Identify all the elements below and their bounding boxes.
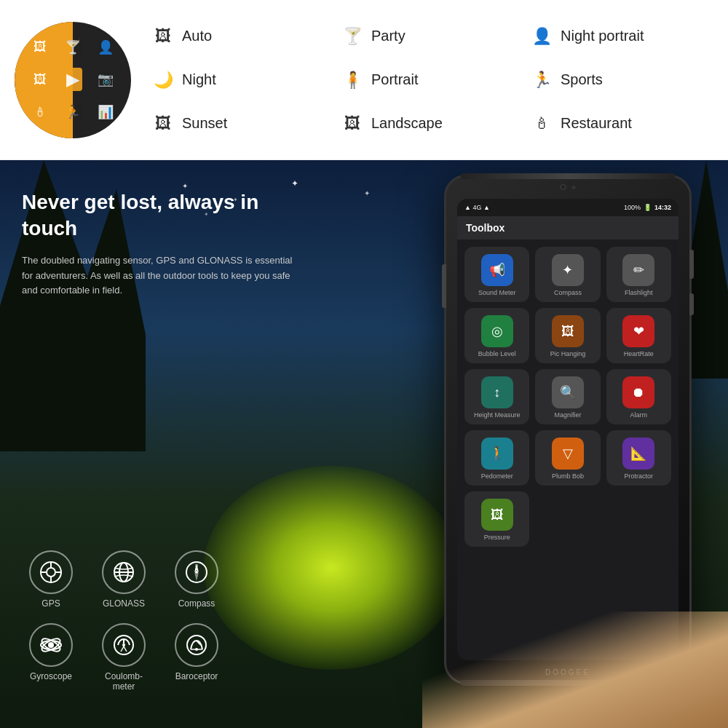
feature-compass: N Compass xyxy=(167,550,226,609)
circle-icon-7: 🕯 xyxy=(33,105,47,120)
status-left: ▲ 4G ▲ xyxy=(464,204,490,211)
tool-pic-hanging[interactable]: 🖼 Pic Hanging xyxy=(535,308,600,363)
mode-auto-label: Auto xyxy=(182,28,212,44)
mode-portrait-icon: 🧍 xyxy=(341,71,364,90)
tool-heartrate[interactable]: ❤ HeartRate xyxy=(606,308,671,363)
feature-row-1: GPS GLONASS xyxy=(22,550,298,609)
mode-sunset-label: Sunset xyxy=(182,115,227,132)
gps-label: GPS xyxy=(41,598,60,609)
tool-magnifier[interactable]: 🔍 Magnifier xyxy=(535,369,600,424)
feature-glonass: GLONASS xyxy=(95,550,153,609)
compass-label: Compass xyxy=(178,598,215,609)
bubble-level-label: Bubble Level xyxy=(478,350,516,357)
feature-coulomb: Coulomb-meter xyxy=(95,623,153,692)
sound-meter-label: Sound Meter xyxy=(478,289,516,296)
circle-icon-6: 📷 xyxy=(98,71,114,87)
mode-sports-icon: 🏃 xyxy=(530,71,553,90)
gyroscope-label: Gyroscope xyxy=(30,671,72,681)
mode-auto: 🖼 Auto xyxy=(146,15,335,58)
mode-sports-label: Sports xyxy=(561,71,603,88)
toolbox-screen: Toolbox 📢 Sound Meter ✦ Compass xyxy=(457,216,678,660)
toolbox-header: Toolbox xyxy=(457,216,678,240)
circle-icon-1: 🖼 xyxy=(33,39,47,55)
pic-hanging-label: Pic Hanging xyxy=(550,350,586,357)
mode-restaurant-label: Restaurant xyxy=(561,115,632,132)
coulomb-icon xyxy=(102,623,146,667)
phone-body: ▲ 4G ▲ 100% 🔋 14:32 Toolbox xyxy=(444,175,692,684)
compass-tool-icon: ✦ xyxy=(552,254,584,286)
circle-icon-9: 📊 xyxy=(98,104,114,120)
mode-portrait-label: Portrait xyxy=(371,71,418,88)
heartrate-icon: ❤ xyxy=(622,315,654,347)
alarm-icon: ⏺ xyxy=(622,376,654,408)
svg-point-21 xyxy=(187,636,206,654)
battery-level: 100% xyxy=(624,204,641,211)
mode-night-icon: 🌙 xyxy=(151,71,175,90)
volume-button[interactable] xyxy=(689,293,694,315)
mode-night-portrait: 👤 Night portrait xyxy=(524,15,713,58)
mode-auto-icon: 🖼 xyxy=(151,27,175,46)
pic-hanging-icon: 🖼 xyxy=(552,315,584,347)
mode-party-label: Party xyxy=(371,28,405,44)
tool-bubble-level[interactable]: ◎ Bubble Level xyxy=(464,308,529,363)
mode-night-label: Night xyxy=(182,71,216,88)
power-button[interactable] xyxy=(689,250,694,279)
subtext: The doubled navigating sensor, GPS and G… xyxy=(22,253,298,298)
time-display: 14:32 xyxy=(654,204,671,211)
plumb-bob-icon: ▽ xyxy=(552,438,584,470)
mode-sunset: 🖼 Sunset xyxy=(146,102,335,146)
feature-baroceptor: Baroceptor xyxy=(167,623,226,692)
camera-modes-circle: 🖼 🍸 👤 🖼 ▶ 📷 🕯 🏃 📊 xyxy=(15,22,131,138)
height-measure-icon: ↕ xyxy=(481,376,513,408)
mode-restaurant: 🕯 Restaurant xyxy=(524,102,713,146)
protractor-label: Protractor xyxy=(625,472,654,480)
flashlight-label: Flashlight xyxy=(625,289,653,296)
camera-lens xyxy=(561,184,566,190)
magnifier-label: Magnifier xyxy=(554,411,581,419)
svg-text:N: N xyxy=(195,563,198,568)
tool-alarm[interactable]: ⏺ Alarm xyxy=(606,369,671,424)
mode-party-icon: 🍸 xyxy=(341,27,364,46)
top-section: 🖼 🍸 👤 🖼 ▶ 📷 🕯 🏃 📊 🖼 Auto 🍸 Party xyxy=(0,0,728,160)
tool-sound-meter[interactable]: 📢 Sound Meter xyxy=(464,247,529,302)
tool-plumb-bob[interactable]: ▽ Plumb Bob xyxy=(535,430,600,486)
mode-landscape-label: Landscape xyxy=(371,115,443,132)
circle-icon-5: ▶ xyxy=(63,68,82,91)
tool-pressure[interactable]: 🖼 Pressure xyxy=(464,491,529,547)
gps-icon xyxy=(29,550,73,594)
glonass-label: GLONASS xyxy=(103,598,145,609)
mode-night-portrait-icon: 👤 xyxy=(530,27,553,46)
baroceptor-icon xyxy=(175,623,218,667)
volume-left-button[interactable] xyxy=(442,264,446,308)
signal-icon: ▲ 4G ▲ xyxy=(464,204,490,211)
pedometer-label: Pedometer xyxy=(481,472,513,480)
toolbox-grid: 📢 Sound Meter ✦ Compass ✏ Flashlight xyxy=(457,240,678,554)
status-bar: ▲ 4G ▲ 100% 🔋 14:32 xyxy=(457,199,678,216)
flashlight-icon: ✏ xyxy=(622,254,654,286)
tool-pedometer[interactable]: 🚶 Pedometer xyxy=(464,430,529,486)
bubble-level-icon: ◎ xyxy=(481,315,513,347)
headline: Never get lost, always in touch xyxy=(22,189,298,242)
alarm-label: Alarm xyxy=(630,411,648,419)
gyroscope-icon xyxy=(29,623,73,667)
tool-protractor[interactable]: 📐 Protractor xyxy=(606,430,671,486)
circle-icon-8: 🏃 xyxy=(65,104,81,120)
protractor-icon: 📐 xyxy=(622,438,654,470)
features-area: GPS GLONASS xyxy=(22,550,298,706)
circle-icon-2: 🍸 xyxy=(65,39,81,55)
hand-area xyxy=(422,612,728,728)
mode-sunset-icon: 🖼 xyxy=(151,114,175,133)
tool-compass[interactable]: ✦ Compass xyxy=(535,247,600,302)
tool-flashlight[interactable]: ✏ Flashlight xyxy=(606,247,671,302)
status-right: 100% 🔋 14:32 xyxy=(624,204,671,211)
pressure-icon: 🖼 xyxy=(481,499,513,531)
tool-height-measure[interactable]: ↕ Height Measure xyxy=(464,369,529,424)
bottom-text-area: Never get lost, always in touch The doub… xyxy=(22,189,298,320)
camera-modes-grid: 🖼 Auto 🍸 Party 👤 Night portrait 🌙 Night … xyxy=(146,15,713,146)
feature-gyroscope: Gyroscope xyxy=(22,623,80,692)
heartrate-label: HeartRate xyxy=(624,350,654,357)
compass-icon: N xyxy=(175,550,218,594)
feature-row-2: Gyroscope Coulomb-meter xyxy=(22,623,298,692)
toolbox-title: Toolbox xyxy=(466,222,505,234)
mode-night: 🌙 Night xyxy=(146,58,335,102)
